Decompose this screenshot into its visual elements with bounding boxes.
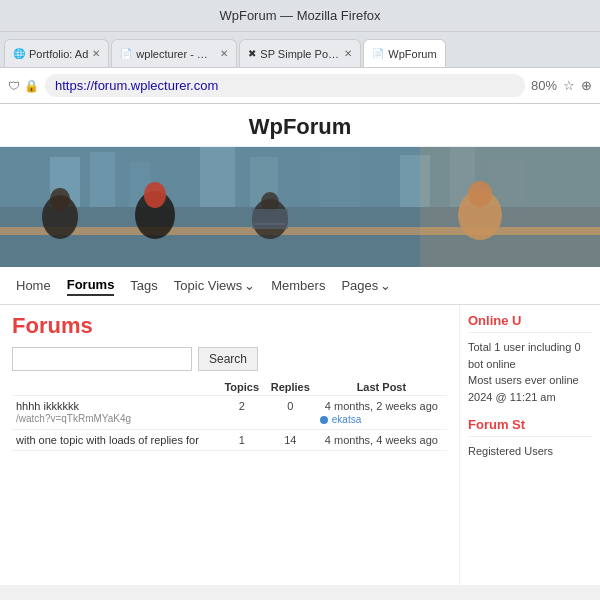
forums-section: Forums Search Topics Replies Last Post <box>0 305 460 585</box>
tab-icon-portfolio: 🌐 <box>13 48 25 59</box>
hero-image <box>0 147 600 267</box>
nav-home[interactable]: Home <box>16 276 51 295</box>
online-line-4: 2024 @ 11:21 am <box>468 391 556 403</box>
table-row: with one topic with loads of replies for… <box>12 430 447 451</box>
tab-icon-wpforum: 📄 <box>372 48 384 59</box>
nav-topic-views-chevron: ⌄ <box>244 278 255 293</box>
forum-name-link-2[interactable]: with one topic with loads of replies for <box>16 434 215 446</box>
stats-widget-title: Forum St <box>468 417 592 437</box>
tab-icon-wplecturer: 📄 <box>120 48 132 59</box>
user-avatar-dot <box>320 416 328 424</box>
browser-tabs: 🌐 Portfolio: Ad ✕ 📄 wplecturer - Online … <box>0 32 600 68</box>
nav-pages-chevron: ⌄ <box>380 278 391 293</box>
svg-point-13 <box>50 188 70 210</box>
online-widget-content: Total 1 user including 0 bot online Most… <box>468 339 592 405</box>
address-bar: 🛡 🔒 https://forum.wplecturer.com 80% ☆ ⊕ <box>0 68 600 104</box>
shield-icon: 🛡 <box>8 79 20 93</box>
svg-rect-19 <box>252 209 288 229</box>
online-widget: Online U Total 1 user including 0 bot on… <box>468 313 592 405</box>
svg-rect-22 <box>420 147 600 267</box>
browser-titlebar: WpForum — Mozilla Firefox <box>0 0 600 32</box>
forums-table: Topics Replies Last Post hhhh ikkkkkk /w… <box>12 379 447 451</box>
col-header-topics: Topics <box>219 379 265 396</box>
tab-portfolio[interactable]: 🌐 Portfolio: Ad ✕ <box>4 39 109 67</box>
tab-wplecturer[interactable]: 📄 wplecturer - Online Sch ✕ <box>111 39 237 67</box>
forum-last-post-2: 4 months, 4 weeks ago <box>316 430 447 451</box>
tab-close-wplecturer[interactable]: ✕ <box>220 48 228 59</box>
forum-url: /watch?v=qTkRmMYaK4g <box>16 413 131 424</box>
tab-close-portfolio[interactable]: ✕ <box>92 48 100 59</box>
address-right: 80% ☆ ⊕ <box>531 78 592 93</box>
forum-replies-count-2: 14 <box>265 430 316 451</box>
svg-point-15 <box>144 182 166 208</box>
tab-label-wpforum: WpForum <box>388 48 436 60</box>
search-row: Search <box>12 347 447 371</box>
forum-name-link[interactable]: hhhh ikkkkkk <box>16 400 215 412</box>
tab-sp-simple[interactable]: ✖ SP Simple Portfolio: Cal ✕ <box>239 39 361 67</box>
tab-close-sp-simple[interactable]: ✕ <box>344 48 352 59</box>
forums-title: Forums <box>12 313 447 339</box>
col-header-name <box>12 379 219 396</box>
search-button[interactable]: Search <box>198 347 258 371</box>
sidebar: Online U Total 1 user including 0 bot on… <box>460 305 600 585</box>
online-widget-title: Online U <box>468 313 592 333</box>
forum-topics-count: 2 <box>219 396 265 430</box>
stats-widget-content: Registered Users <box>468 443 592 460</box>
forum-replies-count: 0 <box>265 396 316 430</box>
col-header-replies: Replies <box>265 379 316 396</box>
last-post-time: 4 months, 2 weeks ago <box>325 400 438 412</box>
nav-pages[interactable]: Pages ⌄ <box>341 278 391 293</box>
online-line-3: Most users ever online <box>468 374 579 386</box>
site-header: WpForum <box>0 104 600 147</box>
main-body: Forums Search Topics Replies Last Post <box>0 305 600 585</box>
nav-tags[interactable]: Tags <box>130 276 157 295</box>
nav-pages-label: Pages <box>341 278 378 293</box>
registered-label: Registered Users <box>468 445 553 457</box>
tab-label-portfolio: Portfolio: Ad <box>29 48 88 60</box>
nav-topic-views[interactable]: Topic Views ⌄ <box>174 278 255 293</box>
forum-topics-count-2: 1 <box>219 430 265 451</box>
last-post-time-2: 4 months, 4 weeks ago <box>325 434 438 446</box>
forum-name-cell: hhhh ikkkkkk /watch?v=qTkRmMYaK4g <box>12 396 219 430</box>
lock-icon: 🔒 <box>24 79 39 93</box>
tab-label-sp-simple: SP Simple Portfolio: Cal <box>260 48 340 60</box>
site-title: WpForum <box>0 114 600 140</box>
pocket-icon[interactable]: ⊕ <box>581 78 592 93</box>
tab-icon-sp-simple: ✖ <box>248 48 256 59</box>
table-row: hhhh ikkkkkk /watch?v=qTkRmMYaK4g 2 0 4 … <box>12 396 447 430</box>
online-line-1: Total 1 user including 0 <box>468 341 581 353</box>
bookmark-icon[interactable]: ☆ <box>563 78 575 93</box>
svg-rect-3 <box>90 152 115 207</box>
page-content: WpForum <box>0 104 600 585</box>
search-input[interactable] <box>12 347 192 371</box>
user-name-link[interactable]: ekatsa <box>332 414 361 425</box>
last-post-user: ekatsa <box>320 414 443 425</box>
security-icons: 🛡 🔒 <box>8 79 39 93</box>
browser-title: WpForum — Mozilla Firefox <box>219 8 380 23</box>
col-header-lastpost: Last Post <box>316 379 447 396</box>
address-input-wrap[interactable]: https://forum.wplecturer.com <box>45 74 525 97</box>
zoom-level: 80% <box>531 78 557 93</box>
nav-topic-views-label: Topic Views <box>174 278 242 293</box>
tab-label-wplecturer: wplecturer - Online Sch <box>136 48 216 60</box>
stats-widget: Forum St Registered Users <box>468 417 592 460</box>
svg-rect-7 <box>320 152 360 207</box>
forum-name-cell-2: with one topic with loads of replies for <box>12 430 219 451</box>
site-nav: Home Forums Tags Topic Views ⌄ Members P… <box>0 267 600 305</box>
address-url[interactable]: https://forum.wplecturer.com <box>55 78 218 93</box>
tab-wpforum[interactable]: 📄 WpForum <box>363 39 445 67</box>
svg-rect-5 <box>200 147 235 207</box>
nav-members[interactable]: Members <box>271 276 325 295</box>
online-line-2: bot online <box>468 358 516 370</box>
nav-forums[interactable]: Forums <box>67 275 115 296</box>
forum-last-post: 4 months, 2 weeks ago ekatsa <box>316 396 447 430</box>
